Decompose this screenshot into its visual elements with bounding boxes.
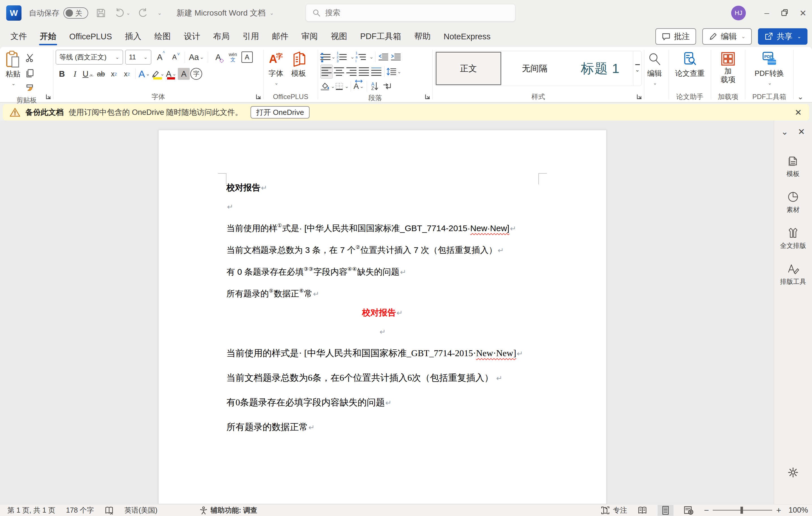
font-dialog-launcher[interactable] bbox=[255, 93, 262, 100]
paragraph-7[interactable]: 校对报告↵ bbox=[227, 303, 538, 322]
font-size-select[interactable]: 11⌄ bbox=[125, 50, 151, 64]
align-right-button[interactable] bbox=[345, 64, 358, 79]
redo-button[interactable] bbox=[138, 7, 149, 19]
character-border-button[interactable]: A bbox=[241, 52, 253, 63]
character-scaling-button[interactable]: A ⌄ bbox=[353, 79, 365, 93]
sort-button[interactable]: AZ bbox=[369, 79, 381, 93]
paragraph-9[interactable]: 当前使用的样式是· [中华人民共和国国家标准_GBT_7714-2015·New… bbox=[227, 341, 538, 366]
read-mode-button[interactable] bbox=[634, 505, 650, 516]
character-shading-button[interactable]: A bbox=[178, 68, 190, 80]
editing-button[interactable]: 编辑 ⌄ bbox=[647, 50, 662, 91]
sidebar-close-icon[interactable]: ✕ bbox=[798, 127, 805, 137]
strikethrough-button[interactable]: ab bbox=[95, 67, 107, 81]
tab-OfficePLUS[interactable]: OfficePLUS bbox=[63, 26, 118, 47]
officeplus-template-button[interactable]: 模板 bbox=[288, 50, 309, 91]
align-left-button[interactable] bbox=[320, 64, 333, 79]
tab-视图[interactable]: 视图 bbox=[324, 26, 354, 47]
print-layout-button[interactable] bbox=[658, 505, 673, 516]
shading-button[interactable]: ⌄ bbox=[320, 79, 335, 93]
word-logo-icon[interactable]: W bbox=[6, 5, 22, 21]
numbering-button[interactable]: 123 ⌄ bbox=[335, 50, 354, 64]
style-card-正文[interactable]: 正文 bbox=[436, 52, 501, 85]
word-count[interactable]: 178 个字 bbox=[66, 506, 94, 515]
quick-access-overflow-icon[interactable]: ⌄ bbox=[157, 10, 162, 16]
tab-文件[interactable]: 文件 bbox=[4, 26, 33, 47]
change-case-button[interactable]: Aa⌄ bbox=[189, 50, 204, 64]
copy-button[interactable] bbox=[24, 66, 36, 80]
tab-绘图[interactable]: 绘图 bbox=[148, 26, 177, 47]
autosave-control[interactable]: 自动保存 关 bbox=[29, 7, 88, 19]
notification-close-icon[interactable]: ✕ bbox=[795, 108, 802, 117]
paragraph-8[interactable]: ↵ bbox=[227, 322, 538, 341]
addins-button[interactable]: 加 载项 bbox=[718, 50, 738, 91]
style-card-标题 1[interactable]: 标题 1 bbox=[568, 51, 633, 86]
sidebar-item-assets[interactable]: 素材 bbox=[787, 191, 800, 214]
editing-mode-button[interactable]: 编辑 ⌄ bbox=[702, 28, 752, 45]
paragraph-3[interactable]: 当前使用的样①式是· [中华人民共和国国家标准_GBT_7714-2015·Ne… bbox=[227, 216, 538, 238]
share-button[interactable]: 共享 ⌄ bbox=[758, 28, 808, 45]
zoom-in-button[interactable]: + bbox=[776, 506, 781, 515]
cut-button[interactable] bbox=[24, 51, 36, 65]
tab-帮助[interactable]: 帮助 bbox=[408, 26, 437, 47]
tab-PDF工具箱[interactable]: PDF工具箱 bbox=[354, 26, 408, 47]
paste-button[interactable]: 粘贴 ⌄ bbox=[2, 50, 24, 96]
styles-dialog-launcher[interactable] bbox=[636, 93, 642, 100]
comments-button[interactable]: 批注 bbox=[656, 28, 696, 45]
paragraph-dialog-launcher[interactable] bbox=[424, 93, 431, 100]
document-content[interactable]: 校对报告↵↵当前使用的样①式是· [中华人民共和国国家标准_GBT_7714-2… bbox=[227, 178, 538, 440]
clear-formatting-button[interactable]: A◇ bbox=[212, 50, 225, 64]
multilevel-list-button[interactable]: 1ai ⌄ bbox=[354, 50, 374, 64]
undo-button[interactable]: ⌄ bbox=[114, 7, 130, 19]
zoom-slider-thumb[interactable] bbox=[741, 507, 743, 514]
bullets-button[interactable]: ■■■ ⌄ bbox=[320, 50, 335, 64]
paragraph-1[interactable]: 校对报告↵ bbox=[227, 178, 538, 197]
sidebar-item-layout-tools[interactable]: 排版工具 bbox=[780, 263, 806, 286]
text-effects-button[interactable]: A⌄ bbox=[138, 67, 150, 81]
officeplus-font-button[interactable]: A字 字体 ⌄ bbox=[266, 50, 286, 91]
enclose-characters-button[interactable]: 字 bbox=[190, 68, 202, 80]
decrease-indent-button[interactable] bbox=[377, 50, 389, 64]
borders-button[interactable]: ⌄ bbox=[335, 79, 349, 93]
paragraph-10[interactable]: 当前文档题录总数为6条，在6个位置共计插入6次（包括重复插入） ↵ bbox=[227, 366, 538, 390]
tab-插入[interactable]: 插入 bbox=[118, 26, 148, 47]
format-painter-button[interactable] bbox=[24, 81, 36, 96]
style-card-无间隔[interactable]: 无间隔 bbox=[502, 51, 568, 86]
save-button[interactable] bbox=[95, 8, 106, 18]
tab-邮件[interactable]: 邮件 bbox=[265, 26, 295, 47]
grow-font-button[interactable]: A^ bbox=[153, 50, 166, 64]
justify-button[interactable] bbox=[358, 64, 370, 79]
tab-开始[interactable]: 开始 bbox=[33, 26, 63, 47]
undo-dropdown-icon[interactable]: ⌄ bbox=[126, 10, 130, 16]
tab-布局[interactable]: 布局 bbox=[207, 26, 236, 47]
close-button[interactable]: ✕ bbox=[794, 0, 812, 26]
bold-button[interactable]: B bbox=[56, 67, 68, 81]
paste-dropdown-icon[interactable]: ⌄ bbox=[11, 81, 15, 87]
document-canvas[interactable]: 校对报告↵↵当前使用的样①式是· [中华人民共和国国家标准_GBT_7714-2… bbox=[0, 120, 774, 504]
clipboard-dialog-launcher[interactable] bbox=[45, 93, 52, 100]
font-name-select[interactable]: 等线 (西文正文)⌄ bbox=[56, 50, 123, 64]
show-hide-marks-button[interactable] bbox=[381, 79, 394, 93]
shrink-font-button[interactable]: Av bbox=[168, 50, 181, 64]
paragraph-12[interactable]: 所有题录的数据正常↵ bbox=[227, 415, 538, 440]
settings-gear-icon[interactable] bbox=[787, 467, 799, 479]
tab-引用[interactable]: 引用 bbox=[236, 26, 265, 47]
align-center-button[interactable] bbox=[333, 64, 345, 79]
zoom-level[interactable]: 100% bbox=[788, 506, 808, 515]
phonetic-guide-button[interactable]: wén文 bbox=[227, 50, 239, 64]
collapse-ribbon-icon[interactable]: ⌄ bbox=[797, 92, 804, 101]
minimize-button[interactable]: – bbox=[758, 0, 776, 26]
superscript-button[interactable]: x2 bbox=[121, 67, 133, 81]
line-spacing-button[interactable]: ⌄ bbox=[386, 64, 401, 79]
paper-check-button[interactable]: 论文查重 bbox=[672, 50, 707, 91]
paragraph-6[interactable]: 所有题录的⑤数据正⑥常↵ bbox=[227, 281, 538, 303]
underline-button[interactable]: U⌄ bbox=[82, 67, 94, 81]
web-layout-button[interactable] bbox=[681, 505, 697, 516]
highlight-button[interactable]: ⌄ bbox=[151, 67, 164, 81]
subscript-button[interactable]: x2 bbox=[108, 67, 120, 81]
open-onedrive-button[interactable]: 打开 OneDrive bbox=[251, 106, 310, 118]
styles-gallery-more-button[interactable]: ⌄ bbox=[633, 51, 641, 86]
accessibility-status[interactable]: 辅助功能: 调查 bbox=[199, 506, 257, 515]
autosave-toggle[interactable]: 关 bbox=[63, 7, 88, 19]
sidebar-item-full-layout[interactable]: 全文排版 bbox=[780, 226, 806, 250]
tab-NoteExpress[interactable]: NoteExpress bbox=[437, 26, 497, 47]
